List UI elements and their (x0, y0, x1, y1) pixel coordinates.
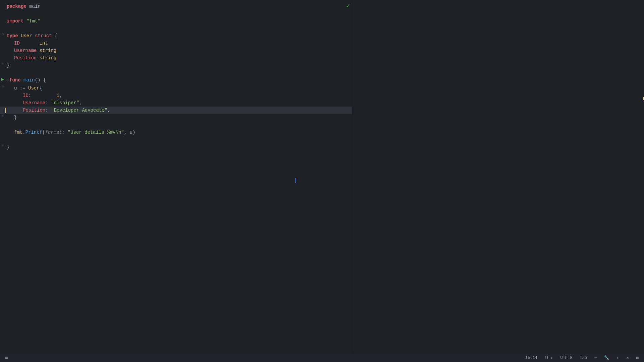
line-content-6: ID int (5, 40, 352, 47)
code-line-20[interactable]: ⊙ } (0, 143, 352, 151)
status-line-ending[interactable]: LF ⇕ (543, 355, 554, 360)
line-content-18: fmt.Printf(format: "User details %#v\n",… (5, 129, 352, 136)
status-grid-icon[interactable]: ⊞ (635, 355, 640, 360)
line-content-4 (5, 25, 352, 32)
code-line-2[interactable] (0, 10, 352, 17)
encoding-label: UTF-8 (560, 356, 572, 360)
line-content-17 (5, 121, 352, 129)
run-arrow-icon[interactable]: ▶ (0, 76, 5, 82)
code-lines: package main import "fmt" ⊖ type User st… (0, 3, 352, 151)
code-line-3[interactable]: import "fmt" (0, 17, 352, 25)
code-line-15[interactable]: Position: "Developer Advocate", (0, 107, 352, 114)
line-indicator-9[interactable]: ⊙ (0, 62, 5, 66)
code-line-5[interactable]: ⊖ type User struct { (0, 32, 352, 40)
status-keyboard-icon[interactable]: ⌨ (593, 355, 598, 360)
line-content-7: Username string (5, 47, 352, 54)
code-line-10[interactable] (0, 69, 352, 76)
indent-label: Tab (580, 356, 587, 360)
line-content-8: Position string (5, 54, 352, 62)
code-line-14[interactable]: Username: "dlsniper", (0, 99, 352, 107)
code-line-16[interactable]: ⊙ } (0, 114, 352, 121)
line-content-13: ID: 1, (5, 92, 352, 99)
line-content-19 (5, 136, 352, 143)
wrench-icon: 🔧 (604, 355, 609, 360)
status-upload-icon[interactable]: ⬆ (615, 355, 620, 360)
code-line-9[interactable]: ⊙ } (0, 62, 352, 69)
status-cursor-position[interactable]: 15:14 (524, 356, 539, 360)
code-line-12[interactable]: ⊖ u := User{ (0, 84, 352, 92)
line-content-10 (5, 69, 352, 76)
cursor-position-label: 15:14 (525, 356, 537, 360)
grid-icon: ⊞ (636, 355, 639, 360)
line-content-1: package main (5, 3, 352, 10)
line-content-5: type User struct { (5, 32, 352, 40)
status-bar: ⊞ 15:14 LF ⇕ UTF-8 Tab ⌨ 🔧 ⬆ ✕ ⊞ (0, 353, 644, 362)
code-editor[interactable]: ✓ package main import "fmt" (0, 0, 352, 353)
status-wrench-icon[interactable]: 🔧 (603, 355, 610, 360)
code-line-6[interactable]: ID int (0, 40, 352, 47)
status-close-icon[interactable]: ✕ (625, 355, 630, 360)
line-ending-arrow: ⇕ (550, 355, 553, 360)
line-content-14: Username: "dlsniper", (5, 99, 352, 107)
line-ending-label: LF (545, 356, 549, 360)
code-line-11[interactable]: ▶ ⊖func main() { (0, 76, 352, 84)
line-content-12: u := User{ (5, 84, 352, 92)
code-line-8[interactable]: Position string (0, 54, 352, 62)
code-line-7[interactable]: Username string (0, 47, 352, 54)
code-line-13[interactable]: ID: 1, (0, 92, 352, 99)
close-icon: ✕ (627, 355, 629, 360)
line-indicator-5[interactable]: ⊖ (0, 32, 5, 36)
line-content-3: import "fmt" (5, 17, 352, 25)
line-content-2 (5, 10, 352, 17)
code-line-18[interactable]: fmt.Printf(format: "User details %#v\n",… (0, 129, 352, 136)
status-encoding[interactable]: UTF-8 (559, 356, 574, 360)
status-indent[interactable]: Tab (578, 356, 588, 360)
line-indicator-20[interactable]: ⊙ (0, 143, 5, 147)
line-indicator-12[interactable]: ⊖ (0, 84, 5, 88)
keyboard-icon: ⌨ (594, 355, 597, 360)
code-line-17[interactable] (0, 121, 352, 129)
code-line-19[interactable] (0, 136, 352, 143)
layout-icon: ⊞ (5, 355, 8, 360)
code-line-1[interactable]: package main (0, 3, 352, 10)
code-line-4[interactable] (0, 25, 352, 32)
right-panel (352, 0, 644, 353)
line-content-9: } (5, 62, 352, 69)
line-content-20: } (5, 143, 352, 151)
text-cursor (295, 178, 296, 183)
line-content-11: ⊖func main() { (5, 76, 352, 84)
status-layout-icon[interactable]: ⊞ (4, 355, 9, 360)
line-content-16: } (5, 114, 352, 121)
upload-icon: ⬆ (616, 355, 619, 360)
line-indicator-16[interactable]: ⊙ (0, 114, 5, 118)
line-content-15: Position: "Developer Advocate", (5, 107, 352, 114)
